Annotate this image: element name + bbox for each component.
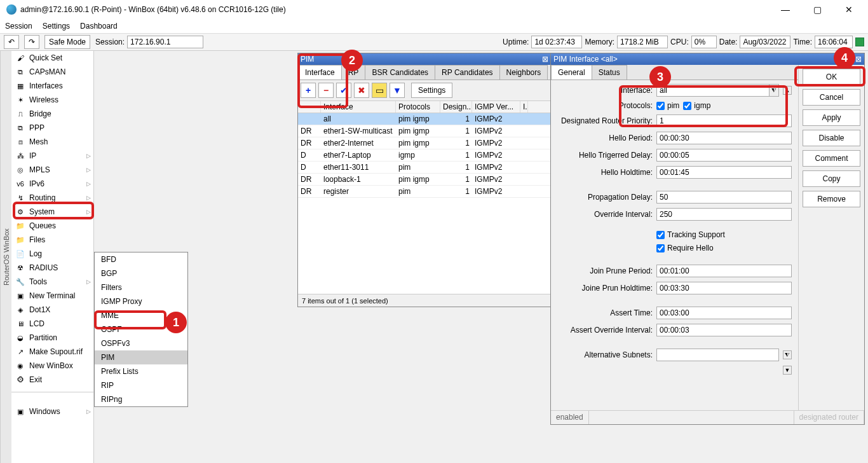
disable-button[interactable]: Disable <box>803 130 860 146</box>
sidebar-item-partition[interactable]: ◒Partition <box>11 331 93 345</box>
pim-tab-neighbors[interactable]: Neighbors <box>499 65 548 79</box>
add-button[interactable]: + <box>301 83 316 98</box>
disable-button[interactable]: ✖ <box>354 83 369 98</box>
submenu-item-ripng[interactable]: RIPng <box>95 392 187 406</box>
pd-input[interactable] <box>656 191 792 204</box>
spin-down-icon[interactable]: ▼ <box>783 366 792 375</box>
session-input[interactable] <box>127 36 203 48</box>
cancel-button[interactable]: Cancel <box>803 89 860 106</box>
tracking-checkbox[interactable] <box>656 231 665 239</box>
sidebar-item-files[interactable]: 📁Files <box>11 233 93 247</box>
jpp-input[interactable] <box>656 265 792 277</box>
sidebar-item-mpls[interactable]: ◎MPLS▷ <box>11 163 93 177</box>
iface-close-icon[interactable]: ⊠ <box>855 55 862 64</box>
submenu-item-igmp-proxy[interactable]: IGMP Proxy <box>95 294 187 308</box>
sidebar-item-windows[interactable]: ▣Windows▷ <box>11 404 93 418</box>
col-protocols[interactable]: Protocols <box>396 101 440 113</box>
apply-button[interactable]: Apply <box>803 109 860 126</box>
sidebar-item-lcd[interactable]: 🖥LCD <box>11 317 93 331</box>
minimize-button[interactable]: — <box>773 1 798 18</box>
sidebar-item-ip[interactable]: ⁂IP▷ <box>11 149 93 163</box>
comment-button[interactable]: Comment <box>803 150 860 167</box>
enable-button[interactable]: ✔ <box>336 83 351 98</box>
maximize-button[interactable]: ▢ <box>804 1 830 18</box>
sidebar-item-system[interactable]: ⚙System▷ <box>11 205 93 219</box>
submenu-item-bfd[interactable]: BFD <box>95 252 187 266</box>
remove-button[interactable]: − <box>318 83 334 98</box>
pim-tab-rp-candidates[interactable]: RP Candidates <box>435 65 500 79</box>
menu-session[interactable]: Session <box>5 22 32 31</box>
settings-button[interactable]: Settings <box>411 83 452 98</box>
ok-button[interactable]: OK <box>803 69 860 85</box>
safe-mode-button[interactable]: Safe Mode <box>44 35 90 49</box>
sidebar-item-routing[interactable]: ↯Routing▷ <box>11 191 93 205</box>
aoi-input[interactable] <box>656 324 792 336</box>
interface-dropdown-icon[interactable]: ⧨ <box>769 84 779 97</box>
sidebar-item-queues[interactable]: 📁Queues <box>11 219 93 233</box>
table-row[interactable]: DRether2-Internetpim igmp1IGMPv2 <box>298 137 551 149</box>
sidebar-item-wireless[interactable]: ✶Wireless <box>11 93 93 107</box>
col-designated[interactable]: Design... <box>440 101 472 113</box>
table-row[interactable]: DRether1-SW-multicastpim igmp1IGMPv2 <box>298 125 551 137</box>
pim-close-icon[interactable]: ⊠ <box>542 55 548 64</box>
at-input[interactable] <box>656 307 792 319</box>
sidebar-item-make-supout.rif[interactable]: ↗Make Supout.rif <box>11 345 93 359</box>
submenu-item-prefix-lists[interactable]: Prefix Lists <box>95 364 187 378</box>
sidebar-item-log[interactable]: 📄Log <box>11 247 93 261</box>
table-row[interactable]: DRloopback-1pim igmp1IGMPv2 <box>298 174 551 186</box>
tab-status[interactable]: Status <box>592 65 627 79</box>
htd-input[interactable] <box>656 149 792 162</box>
sidebar-item-ppp[interactable]: ⧉PPP <box>11 121 93 135</box>
tab-general[interactable]: General <box>551 65 592 79</box>
col-last[interactable]: I... <box>520 101 528 113</box>
table-row[interactable]: allpim igmp1IGMPv2 <box>298 113 551 125</box>
sidebar-item-new-terminal[interactable]: ▣New Terminal <box>11 289 93 303</box>
submenu-item-pim[interactable]: PIM <box>95 350 187 364</box>
sidebar-item-interfaces[interactable]: ▦Interfaces <box>11 79 93 93</box>
sidebar-item-capsman[interactable]: ⧉CAPsMAN <box>11 65 93 79</box>
pim-window-titlebar[interactable]: PIM ⊠ <box>298 53 551 65</box>
igmp-checkbox[interactable] <box>683 102 691 110</box>
hh-input[interactable] <box>656 166 792 179</box>
pim-tab-bsr-candidates[interactable]: BSR Candidates <box>365 65 435 79</box>
as-spin-icon[interactable]: ⧨ <box>783 350 792 359</box>
as-input[interactable] <box>656 349 779 361</box>
jph-input[interactable] <box>656 282 792 294</box>
pim-table-body[interactable]: allpim igmp1IGMPv2DRether1-SW-multicastp… <box>298 113 551 294</box>
iface-window-titlebar[interactable]: PIM Interface <all> ⊠ <box>551 53 864 65</box>
drp-input[interactable] <box>656 114 792 127</box>
spin-up-icon[interactable]: ▲ <box>783 86 792 95</box>
table-row[interactable]: DRregisterpim1IGMPv2 <box>298 186 551 198</box>
comment-button[interactable]: ▭ <box>372 83 387 98</box>
menu-settings[interactable]: Settings <box>43 22 70 31</box>
sidebar-item-new-winbox[interactable]: ◉New WinBox <box>11 359 93 373</box>
close-button[interactable]: ✕ <box>836 1 862 18</box>
filter-button[interactable]: ▼ <box>390 83 405 98</box>
table-row[interactable]: Dether7-Laptopigmp1IGMPv2 <box>298 149 551 162</box>
redo-button[interactable]: ↷ <box>24 35 39 49</box>
sidebar-item-mesh[interactable]: ⧈Mesh <box>11 135 93 149</box>
sidebar-item-bridge[interactable]: ⎍Bridge <box>11 107 93 121</box>
col-igmp-ver[interactable]: IGMP Ver... <box>472 101 520 113</box>
submenu-item-rip[interactable]: RIP <box>95 378 187 392</box>
sidebar-item-radius[interactable]: ☢RADIUS <box>11 261 93 275</box>
require-hello-checkbox[interactable] <box>656 244 665 252</box>
submenu-item-bgp[interactable]: BGP <box>95 266 187 280</box>
menu-dashboard[interactable]: Dashboard <box>80 22 118 31</box>
col-interface[interactable]: Interface <box>321 101 396 113</box>
sidebar-item-tools[interactable]: 🔧Tools▷ <box>11 275 93 289</box>
sidebar-item-ipv6[interactable]: v6IPv6▷ <box>11 177 93 191</box>
hp-input[interactable] <box>656 132 792 144</box>
sidebar-item-quick-set[interactable]: 🖌Quick Set <box>11 51 93 65</box>
oi-input[interactable] <box>656 208 792 221</box>
undo-button[interactable]: ↶ <box>4 35 19 49</box>
submenu-item-ospfv3[interactable]: OSPFv3 <box>95 336 187 350</box>
sidebar-item-exit[interactable]: ⭙Exit <box>11 373 93 387</box>
pim-checkbox[interactable] <box>656 102 665 110</box>
copy-button[interactable]: Copy <box>803 170 860 187</box>
remove-button[interactable]: Remove <box>803 191 860 207</box>
sidebar-item-dot1x[interactable]: ◈Dot1X <box>11 303 93 317</box>
table-row[interactable]: Dether11-3011pim1IGMPv2 <box>298 162 551 174</box>
col-flag[interactable] <box>298 101 321 113</box>
submenu-item-filters[interactable]: Filters <box>95 280 187 294</box>
